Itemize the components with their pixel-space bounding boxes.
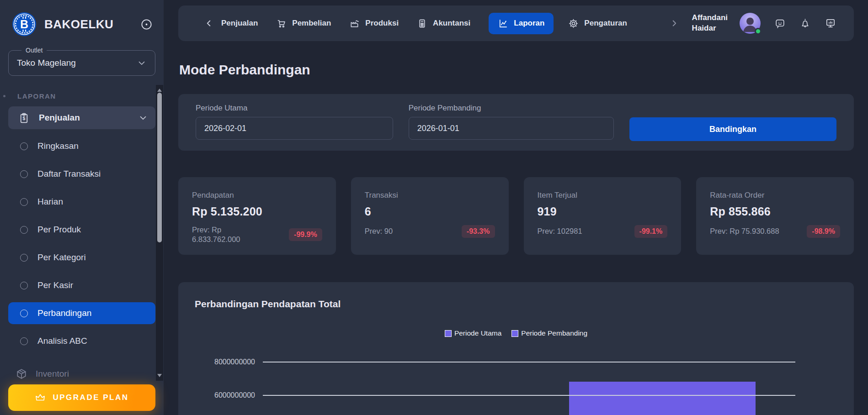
secondary-period-label: Periode Pembanding xyxy=(409,104,614,113)
outlet-value: Toko Magelang xyxy=(17,58,76,68)
chevron-down-icon xyxy=(137,58,147,68)
stat-prev: Prev: Rp 75.930.688 xyxy=(710,226,779,236)
stat-card-pendapatan: Pendapatan Rp 5.135.200 Prev: Rp 6.833.7… xyxy=(178,177,336,255)
sidebar-item-label: Per Produk xyxy=(37,225,81,235)
svg-text:$: $ xyxy=(23,116,26,121)
sidebar-item-label: Inventori xyxy=(36,369,69,379)
bell-icon[interactable] xyxy=(799,18,811,29)
upgrade-plan-button[interactable]: UPGRADE PLAN xyxy=(8,384,155,411)
sidebar-item-per-produk[interactable]: Per Produk xyxy=(8,219,155,241)
change-badge: -98.9% xyxy=(807,225,840,238)
sidebar-item-per-kasir[interactable]: Per Kasir xyxy=(8,274,155,296)
sidebar-item-perbandingan[interactable]: Perbandingan xyxy=(8,302,155,324)
brand-name: BAKOELKU xyxy=(44,17,113,32)
shopping-cart-icon xyxy=(276,18,287,29)
sales-clipboard-icon: $ xyxy=(18,112,30,124)
tab-pembelian[interactable]: Pembelian xyxy=(276,18,331,29)
radio-circle-icon xyxy=(20,170,28,178)
sidebar-header: B BAKOELKU xyxy=(0,0,164,37)
sidebar-section: LAPORAN xyxy=(0,92,164,100)
sidebar-item-ringkasan[interactable]: Ringkasan xyxy=(8,135,155,157)
chevron-left-icon[interactable] xyxy=(204,18,214,28)
grid-line xyxy=(263,395,795,396)
sidebar: B BAKOELKU Outlet Toko Magelang LAPORAN xyxy=(0,0,164,415)
compare-button[interactable]: Bandingkan xyxy=(629,117,836,141)
sidebar-item-harian[interactable]: Harian xyxy=(8,191,155,213)
change-badge: -99.1% xyxy=(634,225,668,238)
brand-logo-icon: B xyxy=(12,12,37,37)
tab-penjualan[interactable]: Penjualan xyxy=(221,19,258,28)
online-status-dot xyxy=(755,28,761,35)
radio-circle-icon xyxy=(20,310,28,317)
sidebar-item-daftar-transaksi[interactable]: Daftar Transaksi xyxy=(8,163,155,185)
radio-circle-icon xyxy=(20,254,28,262)
change-badge: -99.9% xyxy=(289,228,322,241)
crown-icon xyxy=(35,392,46,403)
section-label: LAPORAN xyxy=(17,92,56,100)
tab-laporan[interactable]: Laporan xyxy=(489,13,554,34)
chevron-right-icon[interactable] xyxy=(669,18,679,28)
chat-smiley-icon[interactable] xyxy=(774,18,786,29)
sidebar-item-label: Analisis ABC xyxy=(37,336,87,346)
chart-bar-1 xyxy=(569,382,756,415)
monitor-chart-icon[interactable] xyxy=(825,17,836,29)
sidebar-collapse-icon[interactable] xyxy=(140,18,153,31)
secondary-period-field: Periode Pembanding 2026-01-01 xyxy=(409,104,614,141)
user-name[interactable]: Affandani Haidar xyxy=(692,13,728,34)
primary-period-label: Periode Utama xyxy=(196,104,393,113)
calculator-icon xyxy=(417,18,427,29)
stat-card-item-terjual: Item Terjual 919 Prev: 102981 -99.1% xyxy=(524,177,682,255)
scrollbar-thumb[interactable] xyxy=(157,93,162,242)
secondary-period-input[interactable]: 2026-01-01 xyxy=(409,117,614,140)
factory-icon xyxy=(349,18,360,29)
radio-circle-icon xyxy=(20,142,28,150)
scroll-down-arrow[interactable] xyxy=(157,374,162,379)
stat-label: Pendapatan xyxy=(192,191,322,200)
tab-pengaturan[interactable]: Pengaturan xyxy=(568,18,627,29)
sidebar-item-label: Per Kasir xyxy=(37,280,73,290)
sidebar-item-inventori[interactable]: Inventori xyxy=(8,363,155,385)
sidebar-item-analisis-abc[interactable]: Analisis ABC xyxy=(8,330,155,352)
sidebar-item-label: Ringkasan xyxy=(37,141,79,151)
stat-prev: Prev: 90 xyxy=(365,226,393,236)
submit-wrap: Bandingkan xyxy=(629,104,836,141)
outlet-select[interactable]: Outlet Toko Magelang xyxy=(8,50,155,76)
upgrade-plan-label: UPGRADE PLAN xyxy=(53,393,128,402)
svg-text:B: B xyxy=(20,18,28,31)
comparison-form-panel: Periode Utama 2026-02-01 Periode Pemband… xyxy=(178,94,854,151)
stat-label: Item Terjual xyxy=(538,191,668,200)
user-first-name: Affandani xyxy=(692,13,728,23)
tab-label: Laporan xyxy=(514,19,544,28)
radio-circle-icon xyxy=(20,282,28,289)
stat-value: Rp 855.866 xyxy=(710,205,840,218)
tab-label: Penjualan xyxy=(221,19,258,28)
line-chart-icon xyxy=(498,18,508,29)
tab-produksi[interactable]: Produksi xyxy=(349,18,399,29)
primary-period-input[interactable]: 2026-02-01 xyxy=(196,117,393,140)
stat-prev: Prev: Rp 6.833.762.000 xyxy=(192,225,271,245)
section-bullet xyxy=(3,95,5,97)
scroll-up-arrow[interactable] xyxy=(157,86,162,92)
stat-label: Rata-rata Order xyxy=(710,191,840,200)
stat-card-rata-rata-order: Rata-rata Order Rp 855.866 Prev: Rp 75.9… xyxy=(696,177,854,255)
sidebar-scrollbar[interactable] xyxy=(156,85,163,381)
tab-label: Pengaturan xyxy=(584,19,627,28)
page-title: Mode Perbandingan xyxy=(179,62,310,78)
sidebar-item-label: Harian xyxy=(37,197,63,207)
sidebar-item-label: Perbandingan xyxy=(37,308,91,318)
primary-period-field: Periode Utama 2026-02-01 xyxy=(196,104,393,141)
package-box-icon xyxy=(16,368,27,380)
stats-row: Pendapatan Rp 5.135.200 Prev: Rp 6.833.7… xyxy=(178,177,854,255)
stat-card-transaksi: Transaksi 6 Prev: 90 -93.3% xyxy=(351,177,509,255)
comparison-chart-panel: Perbandingan Pendapatan Total Periode Ut… xyxy=(178,282,854,415)
user-last-name: Haidar xyxy=(692,23,728,34)
change-badge: -93.3% xyxy=(462,225,495,238)
sidebar-item-penjualan[interactable]: $ Penjualan xyxy=(8,106,155,129)
radio-circle-icon xyxy=(20,226,28,234)
stat-value: 6 xyxy=(365,205,495,218)
avatar[interactable] xyxy=(740,13,761,34)
chevron-down-icon xyxy=(138,113,148,123)
tab-akuntansi[interactable]: Akuntansi xyxy=(417,18,470,29)
sidebar-item-per-kategori[interactable]: Per Kategori xyxy=(8,247,155,268)
stat-value: 919 xyxy=(538,205,668,218)
